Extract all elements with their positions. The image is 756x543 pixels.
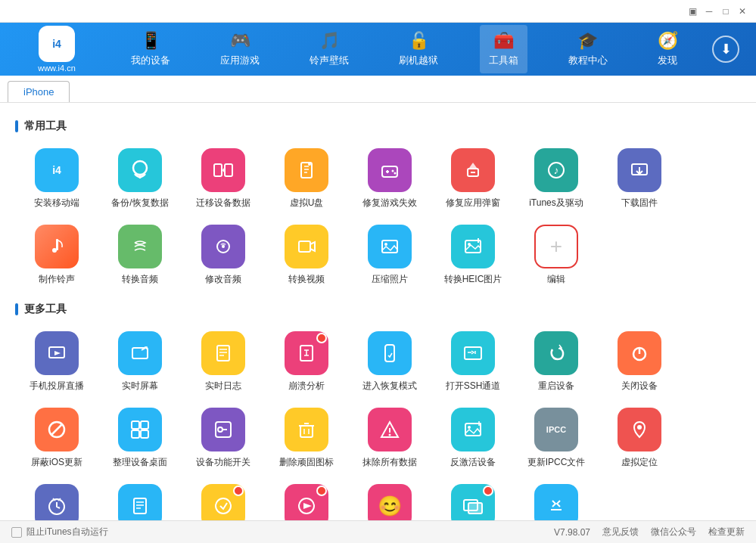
convert-heic-icon: [451, 225, 495, 268]
migrate-label: 迁移设备数据: [196, 197, 250, 209]
emoji-icon: 😊: [368, 484, 412, 520]
tool-wipe-data[interactable]: 抹除所有数据: [348, 400, 431, 476]
tool-convert-audio[interactable]: 转换音频: [98, 217, 182, 293]
delete-icon-icon: [285, 408, 328, 451]
delete-icon-label: 删除顽固图标: [279, 456, 334, 469]
tool-organize-desktop[interactable]: 整理设备桌面: [98, 400, 182, 476]
tool-break-time[interactable]: 破解时间限额: [15, 476, 98, 520]
tool-fix-game[interactable]: 修复游戏失效: [348, 141, 431, 217]
fix-audio-label: 修改音频: [205, 273, 241, 286]
tool-install[interactable]: i4 安装移动端: [15, 141, 98, 217]
logo[interactable]: i4 www.i4.cn: [8, 26, 106, 73]
main-content: 常用工具 i4 安装移动端 备份/恢复数据 迁移设备数据: [0, 103, 756, 520]
nav-tutorial[interactable]: 🎓 教程中心: [559, 25, 617, 73]
tool-udisk[interactable]: 虚拟U盘: [265, 141, 348, 217]
ssh-label: 打开SSH通道: [446, 380, 501, 393]
tool-migrate[interactable]: 迁移设备数据: [182, 141, 265, 217]
jailbreak-icon: 🔓: [409, 31, 429, 51]
nav-jailbreak[interactable]: 🔓 刷机越狱: [390, 25, 447, 73]
cast-icon: [35, 331, 79, 375]
tool-fix-audio[interactable]: 修改音频: [182, 217, 265, 293]
crash-analysis-icon: [285, 331, 328, 375]
tool-ai-player[interactable]: 爱思播放器: [265, 476, 348, 520]
tool-emoji-make[interactable]: 😊 表情制作: [348, 476, 431, 520]
tool-recovery-mode[interactable]: 进入恢复模式: [348, 324, 431, 400]
nav-my-device[interactable]: 📱 我的设备: [122, 25, 179, 73]
convert-heic-label: 转换HEIC图片: [444, 273, 502, 286]
tool-photo-dedup[interactable]: 图片去重: [431, 476, 515, 520]
tool-fix-app[interactable]: 修复应用弹窗: [431, 141, 515, 217]
virtual-location-label: 虚拟定位: [621, 456, 658, 469]
ipcc-label: 更新IPCC文件: [527, 456, 586, 469]
svg-rect-15: [56, 239, 58, 250]
wechat-link[interactable]: 微信公众号: [651, 526, 696, 538]
tool-ipcc[interactable]: IPCC 更新IPCC文件: [515, 400, 598, 476]
realtime-log-icon: [201, 331, 245, 375]
tool-shutdown[interactable]: 关闭设备: [598, 324, 681, 400]
tool-ssh[interactable]: 打开SSH通道: [431, 324, 515, 400]
tool-backup-guide[interactable]: 备份引导区数据: [182, 476, 265, 520]
minimize-btn[interactable]: ─: [702, 4, 717, 19]
deactivate-icon: [451, 408, 495, 451]
tool-convert-video[interactable]: 转换视频: [265, 217, 348, 293]
close-btn[interactable]: ✕: [735, 4, 750, 19]
tool-ringtone[interactable]: 制作铃声: [15, 217, 98, 293]
tool-device-slim[interactable]: 设备瘦身: [515, 476, 598, 520]
tool-cast[interactable]: 手机投屏直播: [15, 324, 98, 400]
crash-analysis-label: 崩溃分析: [288, 380, 325, 393]
nav-toolbox-label: 工具箱: [489, 54, 518, 67]
itunes-checkbox[interactable]: [11, 527, 22, 538]
udisk-label: 虚拟U盘: [290, 197, 324, 209]
fix-app-icon: [451, 148, 495, 192]
tool-backup[interactable]: 备份/恢复数据: [98, 141, 182, 217]
convert-audio-label: 转换音频: [122, 273, 158, 286]
tool-delete-icon[interactable]: 删除顽固图标: [265, 400, 348, 476]
iphone-tab[interactable]: iPhone: [8, 81, 70, 102]
tool-compress-photo[interactable]: 压缩照片: [348, 217, 431, 293]
restore-btn[interactable]: ▣: [685, 4, 700, 19]
shutdown-label: 关闭设备: [621, 380, 658, 393]
tool-deactivate[interactable]: 反激活设备: [431, 400, 515, 476]
tool-convert-heic[interactable]: 转换HEIC图片: [431, 217, 515, 293]
tool-edit[interactable]: + 编辑: [515, 217, 598, 293]
tool-reboot[interactable]: 重启设备: [515, 324, 598, 400]
tool-block-update[interactable]: 屏蔽iOS更新: [15, 400, 98, 476]
tool-virtual-location[interactable]: 虚拟定位: [598, 400, 681, 476]
download-button[interactable]: ⬇: [712, 36, 739, 63]
reboot-label: 重启设备: [538, 380, 574, 393]
tool-itunes[interactable]: ♪ iTunes及驱动: [515, 141, 598, 217]
svg-rect-27: [385, 345, 394, 361]
nav-toolbox[interactable]: 🧰 工具箱: [480, 25, 527, 73]
status-left: 阻止iTunes自动运行: [11, 526, 108, 538]
tool-download-fw[interactable]: 下载固件: [598, 141, 681, 217]
svg-rect-4: [225, 164, 232, 176]
svg-rect-3: [214, 164, 222, 176]
tool-realtime-screen[interactable]: 实时屏幕: [98, 324, 182, 400]
recovery-mode-label: 进入恢复模式: [362, 380, 417, 393]
section-bar-more: [15, 303, 18, 315]
reboot-icon: [534, 331, 578, 375]
nav-discover[interactable]: 🧭 发现: [649, 25, 687, 73]
tool-device-toggle[interactable]: 设备功能开关: [182, 400, 265, 476]
maximize-btn[interactable]: □: [718, 4, 733, 19]
device-slim-icon: [534, 484, 578, 520]
nav-ringtone[interactable]: 🎵 铃声壁纸: [300, 25, 358, 73]
svg-point-6: [308, 163, 311, 166]
nav-app-game[interactable]: 🎮 应用游戏: [211, 25, 269, 73]
update-link[interactable]: 检查更新: [708, 526, 745, 538]
organize-desktop-label: 整理设备桌面: [113, 456, 167, 469]
cast-label: 手机投屏直播: [30, 380, 84, 393]
svg-point-45: [389, 434, 391, 436]
svg-rect-34: [141, 421, 148, 429]
ipcc-icon: IPCC: [534, 408, 578, 451]
tool-crash-analysis[interactable]: 崩溃分析: [265, 324, 348, 400]
tool-realtime-log[interactable]: 实时日志: [182, 324, 265, 400]
svg-rect-54: [468, 503, 482, 514]
shutdown-icon: [618, 331, 661, 375]
svg-point-20: [384, 243, 387, 246]
feedback-link[interactable]: 意见反馈: [602, 526, 639, 538]
ringtone-tool-icon: [35, 225, 79, 268]
tool-skip-setup[interactable]: 跳过设置向导: [98, 476, 182, 520]
svg-rect-24: [132, 348, 148, 358]
block-update-icon: [35, 408, 79, 451]
